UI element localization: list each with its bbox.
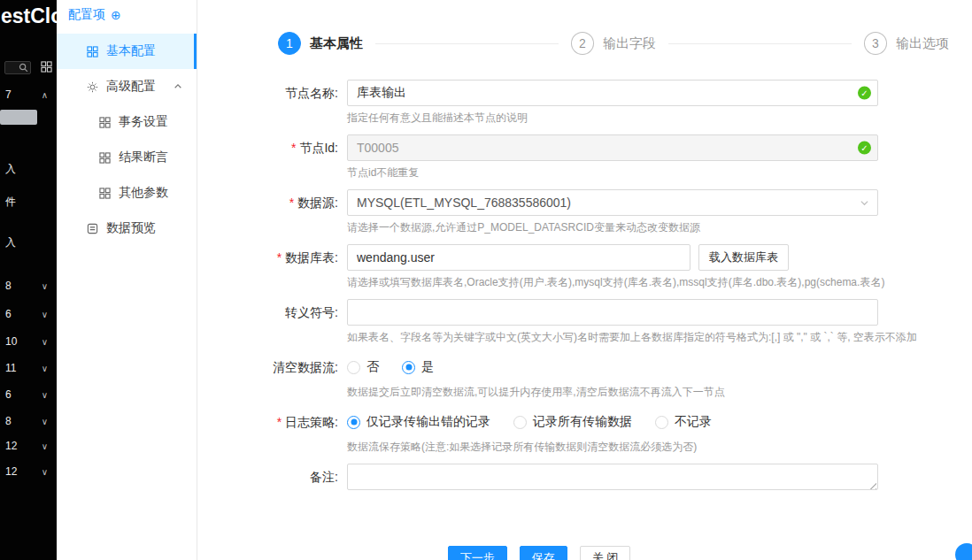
step-output-fields[interactable]: 2 输出字段 [571, 32, 656, 55]
background-row: 12∨ [5, 465, 48, 478]
log-policy-help: 数据流保存策略(注意:如果选择记录所有传输数据则清空数据流必须选为否) [347, 440, 878, 455]
radio-log-all[interactable]: 记录所有传输数据 [513, 414, 632, 430]
background-row: 7∧ [5, 88, 48, 101]
step-number: 3 [864, 32, 887, 55]
background-row: 8∨ [5, 415, 48, 427]
chevron-down-icon: ∨ [42, 364, 48, 373]
step-basic-attributes[interactable]: 1 基本属性 [278, 32, 363, 55]
radio-clear-stream-no[interactable]: 否 [347, 359, 379, 375]
load-tables-button[interactable]: 载入数据库表 [698, 244, 789, 271]
chevron-down-icon: ∨ [42, 417, 48, 426]
remark-label: 备注: [198, 464, 347, 490]
save-button[interactable]: 保存 [520, 546, 567, 560]
escape-input[interactable] [347, 299, 878, 326]
node-id-input [347, 134, 878, 161]
search-icon [19, 63, 28, 73]
background-search-input [4, 61, 31, 74]
form-row-node-id: 节点Id: ✓ 节点id不能重复 [198, 134, 972, 186]
datasource-selected-value: MYSQL(ETL_MYSQL_768835586001) [357, 196, 571, 210]
gear-icon [87, 81, 98, 93]
sidebar-item-other-params[interactable]: 其他参数 [57, 175, 197, 211]
stepper: 1 基本属性 2 输出字段 3 输出选项 [198, 0, 972, 55]
chevron-down-icon: ∨ [42, 310, 48, 319]
app-logo: estClo [1, 4, 57, 28]
background-row: 11∨ [5, 362, 48, 374]
grid-icon [99, 152, 111, 164]
chevron-down-icon [860, 198, 869, 208]
floating-assistant-button[interactable] [955, 543, 972, 560]
chevron-down-icon: ∨ [42, 390, 48, 400]
background-row: 入 [5, 235, 48, 250]
form-row-escape: 转义符号: 如果表名、字段名等为关键字或中文(英文大小写)名时需要加上各数据库指… [198, 299, 972, 350]
node-id-label: 节点Id: [198, 134, 347, 161]
table-help: 请选择或填写数据库表名,Oracle支持(用户.表名),mysql支持(库名.表… [347, 275, 878, 290]
sidebar-item-basic-config[interactable]: 基本配置 [57, 34, 197, 69]
config-sidebar-title: 配置项 ⊕ [57, 0, 197, 23]
sidebar-item-data-preview[interactable]: 数据预览 [57, 211, 197, 246]
node-config-form: 节点名称: ✓ 指定任何有意义且能描述本节点的说明 节点Id: ✓ 节点id不能… [198, 80, 972, 560]
escape-label: 转义符号: [198, 299, 347, 326]
radio-clear-stream-yes[interactable]: 是 [402, 359, 434, 375]
radio-icon [655, 416, 668, 429]
form-row-node-name: 节点名称: ✓ 指定任何有意义且能描述本节点的说明 [198, 80, 972, 131]
config-panel: 1 基本属性 2 输出字段 3 输出选项 节点名称: ✓ 指定任何有意义且能描述… [198, 0, 972, 560]
datasource-help: 请选择一个数据源,允许通过P_MODEL_DATASRCID变量来动态改变数据源 [347, 220, 878, 235]
sidebar-item-advanced-config[interactable]: 高级配置 [57, 69, 197, 104]
form-row-table: 数据库表: 载入数据库表 请选择或填写数据库表名,Oracle支持(用户.表名)… [198, 244, 972, 295]
valid-check-icon: ✓ [858, 142, 871, 155]
table-input[interactable] [347, 244, 690, 271]
background-row: 10∨ [5, 335, 48, 348]
chevron-down-icon: ∨ [42, 337, 48, 347]
node-name-help: 指定任何有意义且能描述本节点的说明 [347, 111, 878, 126]
node-name-label: 节点名称: [198, 80, 347, 106]
add-config-icon[interactable]: ⊕ [111, 9, 121, 21]
chevron-down-icon: ∨ [42, 467, 48, 477]
background-row: 12∨ [5, 440, 48, 452]
background-row: 入 [5, 162, 48, 177]
chevron-down-icon: ∨ [42, 441, 48, 451]
radio-log-errors-only[interactable]: 仅记录传输出错的记录 [347, 414, 490, 430]
grid-view-icon [41, 61, 52, 75]
background-row: 件 [5, 195, 48, 210]
radio-icon [513, 416, 527, 429]
background-row: 6∨ [5, 388, 48, 401]
step-number: 2 [571, 32, 594, 55]
grid-icon [99, 188, 111, 199]
radio-icon [347, 361, 360, 374]
datasource-label: 数据源: [198, 189, 347, 216]
form-row-remark: 备注: [198, 464, 972, 493]
remark-textarea[interactable] [347, 464, 878, 490]
background-app-strip: estClo 7∧ 入 件 入 8∨ 6∨ 10∨ 11∨ 6∨ 8∨ 12∨ … [0, 0, 57, 560]
clear-stream-help: 数据提交后立即清空数据流,可以提升内存使用率,清空后数据流不再流入下一节点 [347, 385, 878, 400]
background-toolbar-fragment [0, 110, 37, 125]
datasource-select[interactable]: MYSQL(ETL_MYSQL_768835586001) [347, 189, 878, 216]
node-id-help: 节点id不能重复 [347, 165, 878, 180]
sidebar-item-result-assertion[interactable]: 结果断言 [57, 140, 197, 175]
collapse-chevron-up-icon[interactable] [174, 82, 182, 91]
document-icon [87, 223, 98, 234]
grid-icon [99, 117, 111, 128]
next-step-button[interactable]: 下一步 [448, 546, 507, 560]
radio-log-none[interactable]: 不记录 [655, 414, 712, 430]
background-row: 8∨ [5, 280, 48, 292]
grid-icon [87, 46, 98, 58]
sidebar-item-transaction-settings[interactable]: 事务设置 [57, 104, 197, 140]
radio-checked-icon [347, 416, 360, 429]
radio-checked-icon [402, 361, 415, 374]
chevron-down-icon: ∨ [42, 281, 48, 291]
escape-help: 如果表名、字段名等为关键字或中文(英文大小写)名时需要加上各数据库指定的符号格式… [347, 330, 878, 345]
step-number: 1 [278, 32, 301, 55]
config-menu: 基本配置 高级配置 事务设置 结果断言 其 [57, 34, 197, 246]
log-policy-label: 日志策略: [198, 409, 347, 435]
step-connector [375, 43, 559, 44]
form-row-clear-stream: 清空数据流: 否 是 数据提交后立即清空数据流,可以提升内存使用率,清空后数据流… [198, 354, 972, 405]
close-button[interactable]: 关 闭 [580, 546, 631, 560]
background-row: 6∨ [5, 308, 48, 320]
form-row-datasource: 数据源: MYSQL(ETL_MYSQL_768835586001) 请选择一个… [198, 189, 972, 241]
clear-stream-label: 清空数据流: [198, 354, 347, 380]
log-policy-radio-group: 仅记录传输出错的记录 记录所有传输数据 不记录 [347, 409, 878, 435]
step-connector [668, 43, 852, 44]
step-output-options[interactable]: 3 输出选项 [864, 32, 949, 55]
config-sidebar: 配置项 ⊕ 基本配置 高级配置 事务设置 [57, 0, 197, 560]
node-name-input[interactable] [347, 80, 878, 106]
